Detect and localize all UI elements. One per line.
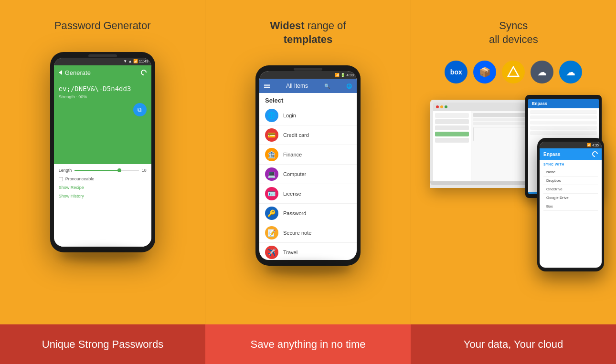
computer-icon: 💻 (265, 167, 278, 181)
tablet-option-box (530, 131, 597, 135)
tablet-app-title: Enpass (532, 101, 547, 106)
pronounceable-row: Pronounceable (59, 177, 147, 181)
phone-shadow-1 (60, 248, 146, 262)
sync-option-box[interactable]: Box (543, 202, 598, 211)
travel-label: Travel (283, 250, 297, 255)
tablet-option-onedrive (530, 121, 597, 125)
footer-section-2: Save anything in no time (205, 324, 411, 364)
devices-container: Enpass (421, 95, 606, 276)
small-status-time: 4:35 (592, 144, 599, 147)
phone-shadow-2 (265, 261, 351, 275)
dropbox-icon: 📦 (473, 61, 496, 83)
status-time-2: 4:33 (346, 73, 354, 77)
laptop-sidebar (433, 111, 471, 181)
drive-svg (507, 66, 520, 78)
status-icons-2: 📶 🔋 (335, 73, 345, 77)
footer-text-1: Unique Strong Passwords (42, 338, 163, 351)
footer-text-3: Your data, Your cloud (464, 338, 563, 351)
gen-header: Generate (54, 65, 151, 80)
onedrive-icon: ☁ (559, 61, 582, 83)
globe-icon[interactable]: 🌐 (346, 83, 352, 89)
creditcard-label: Credit card (283, 132, 309, 138)
slider-fill (74, 170, 119, 171)
panel-templates: Widest range of templates 📶 🔋 4:33 (205, 0, 410, 324)
sync-option-dropbox[interactable]: Dropbox (543, 177, 598, 185)
pronounceable-checkbox[interactable] (59, 177, 63, 181)
length-slider[interactable] (74, 170, 138, 171)
sync-services-row: box 📦 ☁ ☁ (445, 61, 582, 83)
refresh-icon[interactable] (139, 69, 148, 77)
gen-length-row: Length 18 (59, 168, 147, 173)
show-history-link[interactable]: Show History (59, 194, 147, 198)
search-icon[interactable]: 🔍 (324, 83, 330, 89)
password-icon: 🔑 (265, 207, 278, 220)
login-icon: 🌐 (265, 109, 278, 122)
sync-option-none[interactable]: None (543, 168, 598, 177)
sync-app-title: Enpass (543, 152, 561, 157)
templates-header-title: All Items (286, 83, 308, 89)
tablet-app-header: Enpass (528, 99, 599, 108)
gen-header-left: Generate (59, 69, 91, 76)
select-title: Select (259, 93, 357, 106)
status-bar-1: ▼ ▲ 📶 11:49 (54, 58, 151, 65)
sidebar-item-2 (435, 119, 469, 124)
template-item-securenote[interactable]: 📝 Secure note (259, 223, 357, 243)
panel-left-title: Password Generator (54, 19, 151, 33)
finance-label: Finance (283, 152, 302, 157)
template-item-password[interactable]: 🔑 Password (259, 204, 357, 223)
length-value: 18 (142, 168, 147, 173)
pronounceable-label: Pronounceable (65, 177, 95, 181)
template-item-travel[interactable]: ✈️ Travel (259, 243, 357, 260)
password-label: Password (283, 210, 306, 216)
googledrive-icon (502, 61, 525, 83)
copy-button[interactable]: ⧉ (133, 103, 147, 116)
phone-notch-2 (294, 68, 322, 71)
template-item-creditcard[interactable]: 💳 Credit card (259, 125, 357, 145)
finance-icon: 🏦 (265, 148, 278, 161)
sync-title-1: Syncs (499, 20, 528, 31)
sync-with-label: SYNC WITH (543, 163, 598, 166)
back-icon[interactable] (59, 70, 62, 75)
computer-label: Computer (283, 171, 306, 177)
sync-refresh-icon[interactable] (591, 150, 599, 158)
footer-section-1: Unique Strong Passwords (0, 324, 205, 364)
gen-password: ev;/DNEV&\-D5n4dd3 (59, 85, 147, 93)
small-phone-mockup: 📶 4:35 Enpass SYNC WITH None Dropbox One… (537, 138, 604, 271)
gen-strength: Strength : 90% (59, 94, 147, 99)
sync-option-onedrive[interactable]: OneDrive (543, 185, 598, 194)
sidebar-item-1 (435, 113, 469, 118)
footer-section-3: Your data, Your cloud (411, 324, 616, 364)
templates-header: All Items 🔍 🌐 (259, 79, 357, 93)
tablet-option-none (530, 110, 597, 114)
status-time-1: 11:49 (139, 59, 149, 63)
show-recipe-link[interactable]: Show Recipe (59, 185, 147, 190)
box-icon: box (445, 61, 467, 83)
template-item-finance[interactable]: 🏦 Finance (259, 145, 357, 165)
tablet-options (530, 110, 597, 135)
gen-body: ev;/DNEV&\-D5n4dd3 Strength : 90% ⧉ (54, 80, 151, 165)
menu-icon[interactable] (264, 84, 270, 88)
browser-dot-red (436, 105, 439, 108)
copy-icon: ⧉ (138, 106, 142, 113)
phone-screen-1: ▼ ▲ 📶 11:49 Generate ev;/DNEV&\-D5n4dd3 (54, 58, 151, 247)
sync-app-header: Enpass (540, 148, 602, 160)
browser-dot-green (445, 105, 447, 108)
tablet-option-googledrive (530, 126, 597, 130)
panel-right-title: Syncs all devices (489, 19, 538, 46)
panel-password-generator: Password Generator ▼ ▲ 📶 11:49 Generate (0, 0, 205, 324)
travel-icon: ✈️ (265, 246, 278, 259)
template-item-license[interactable]: 🪪 License (259, 184, 357, 204)
template-item-login[interactable]: 🌐 Login (259, 106, 357, 125)
phone-templates: 📶 🔋 4:33 All Items 🔍 🌐 (255, 65, 361, 266)
template-item-computer[interactable]: 💻 Computer (259, 165, 357, 184)
sidebar-item-3 (435, 125, 469, 130)
phone-screen-2: 📶 🔋 4:33 All Items 🔍 🌐 (259, 71, 357, 260)
sync-option-googledrive[interactable]: Google Drive (543, 194, 598, 202)
creditcard-icon: 💳 (265, 128, 278, 142)
phone-notch-1 (88, 54, 117, 57)
gen-settings: Length 18 Pronounceable Show Recipe (54, 164, 151, 247)
browser-dot-yellow (440, 105, 443, 108)
phone-mockup-1: ▼ ▲ 📶 11:49 Generate ev;/DNEV&\-D5n4dd3 (50, 52, 155, 252)
panel-middle-title: Widest range of templates (270, 19, 346, 46)
phone-mockup-2: 📶 🔋 4:33 All Items 🔍 🌐 (255, 65, 361, 266)
